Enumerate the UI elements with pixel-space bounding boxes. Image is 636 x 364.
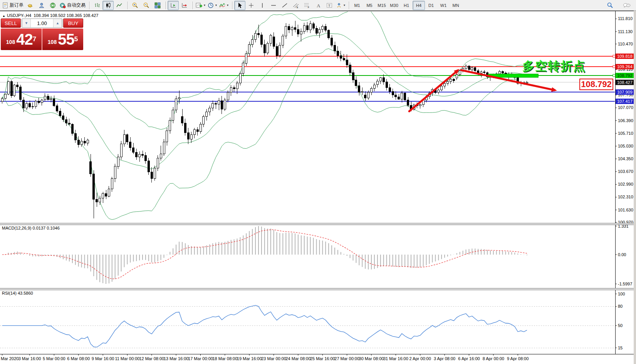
sell-price-sup: 7 xyxy=(33,35,36,43)
text-label-button[interactable]: T xyxy=(324,1,335,10)
price-tick-label: 110.470 xyxy=(618,42,633,46)
sell-button[interactable]: SELL xyxy=(1,18,21,28)
chat-button[interactable] xyxy=(621,1,632,10)
time-tick-label: 13 Mar 16:00 xyxy=(164,356,189,361)
timeframe-h4-button[interactable]: H4 xyxy=(413,1,425,10)
timeframe-h1-button[interactable]: H1 xyxy=(400,1,413,10)
toolbar: 新订单自动交易▾▾▾EFAT▾M1M5M15M30H1H4D1W1MN xyxy=(0,0,636,11)
timeframe-label: H1 xyxy=(404,3,409,8)
chart-shift-button[interactable] xyxy=(168,1,179,10)
toolbar-right xyxy=(604,1,636,10)
candles-series xyxy=(1,21,528,218)
price-badge-label: 109.818 xyxy=(617,54,633,59)
market-button[interactable] xyxy=(47,1,58,10)
crosshair-button[interactable] xyxy=(245,1,257,10)
timeframe-m5-button[interactable]: M5 xyxy=(363,1,376,10)
search-button[interactable] xyxy=(604,1,616,10)
template-button[interactable]: ▾ xyxy=(218,1,230,10)
chat-icon xyxy=(623,2,631,8)
candlestick-button[interactable] xyxy=(102,1,114,10)
sell-price-prefix: 108 xyxy=(6,39,15,45)
deposit-button[interactable] xyxy=(25,1,36,10)
shapes-button[interactable]: ▾ xyxy=(335,1,346,10)
vline-icon xyxy=(260,2,265,8)
price-tick-label: 106.390 xyxy=(618,118,633,123)
trendline-icon xyxy=(282,2,288,8)
dropdown-arrow-icon[interactable]: ▾ xyxy=(227,3,228,7)
price-axis[interactable]: 111.810111.130110.470109.110107.750107.0… xyxy=(613,11,635,354)
zoom-in-button[interactable] xyxy=(129,1,141,10)
fibo-icon: F xyxy=(304,2,310,8)
macd-tick-label: -1.5997 xyxy=(618,282,632,286)
rsi-panel xyxy=(0,305,615,348)
time-tick-label: 3 Mar 16:00 xyxy=(18,356,41,361)
mt4-terminal: 新订单自动交易▾▾▾EFAT▾M1M5M15M30H1H4D1W1MN 111.… xyxy=(0,0,636,364)
timeframe-m1-button[interactable]: M1 xyxy=(351,1,363,10)
svg-text:A: A xyxy=(317,3,321,8)
volume-increase-icon[interactable]: ▲ xyxy=(53,19,62,27)
macd-rsi-splitter[interactable] xyxy=(0,288,636,290)
timeframe-w1-button[interactable]: W1 xyxy=(437,1,450,10)
new-chart-button[interactable]: ▾ xyxy=(195,1,206,10)
hline-icon xyxy=(270,2,277,8)
macd-indicator-label: MACD(12,26,9) 0.0137 0.1046 xyxy=(2,226,60,230)
timeframe-label: M5 xyxy=(366,3,372,8)
zoom-out-icon xyxy=(143,2,149,8)
profile-button[interactable] xyxy=(36,1,47,10)
toolbar-separator xyxy=(192,2,193,9)
horizontal-line-button[interactable] xyxy=(268,1,279,10)
main-macd-splitter[interactable] xyxy=(0,223,636,225)
price-level-callout[interactable]: 108.792 xyxy=(579,79,613,90)
dropdown-arrow-icon[interactable]: ▾ xyxy=(204,3,205,7)
one-click-trading-panel: SELL ▼ 1.00 ▲ BUY 108 42 7 108 55 5 xyxy=(1,18,83,50)
user-icon xyxy=(39,2,45,8)
rsi-indicator-label: RSI(14) 43.5860 xyxy=(2,291,33,295)
dropdown-arrow-icon[interactable]: ▾ xyxy=(344,3,345,7)
gold-icon xyxy=(27,2,34,8)
time-tick-label: 25 Mar 16:00 xyxy=(310,356,335,361)
time-tick-label: 11 Mar 00:00 xyxy=(115,356,139,361)
volume-decrease-icon[interactable]: ▼ xyxy=(22,19,31,27)
chart-title: ▲USDJPY-,H4 108.394 108.502 108.365 108.… xyxy=(2,13,98,18)
time-tick-label: 31 Mar 16:00 xyxy=(383,356,408,361)
timeframe-m30-button[interactable]: M30 xyxy=(388,1,400,10)
time-tick-label: 5 Mar 00:00 xyxy=(43,356,65,361)
trendline-button[interactable] xyxy=(279,1,290,10)
tile-windows-button[interactable] xyxy=(152,1,163,10)
zoom-out-button[interactable] xyxy=(141,1,152,10)
bar-chart-button[interactable] xyxy=(91,1,102,10)
shapes-icon xyxy=(336,2,342,8)
cursor-icon xyxy=(237,2,243,8)
time-tick-label: 17 Mar 00:00 xyxy=(188,356,213,361)
vertical-line-button[interactable] xyxy=(257,1,268,10)
timeframe-d1-button[interactable]: D1 xyxy=(425,1,437,10)
price-tick-label: 101.630 xyxy=(618,208,633,212)
bull-bear-turning-point-annotation[interactable]: 多空转折点 xyxy=(522,58,586,74)
cursor-button[interactable] xyxy=(234,1,245,10)
auto-scroll-button[interactable] xyxy=(179,1,190,10)
text-button[interactable]: A xyxy=(312,1,324,10)
chart-title-symbol: USDJPY-,H4 xyxy=(7,13,31,18)
auto-trading-button[interactable]: 自动交易 xyxy=(58,1,87,10)
fibonacci-button[interactable]: F xyxy=(301,1,312,10)
buy-price-sup: 5 xyxy=(74,35,78,43)
buy-button[interactable]: BUY xyxy=(63,18,83,28)
timeframe-mn-button[interactable]: MN xyxy=(450,1,462,10)
line-chart-button[interactable] xyxy=(114,1,125,10)
candles-icon xyxy=(105,2,111,8)
dropdown-arrow-icon[interactable]: ▾ xyxy=(215,3,217,7)
buy-price-big: 55 xyxy=(58,31,74,48)
periods-button[interactable]: ▾ xyxy=(206,1,218,10)
time-axis[interactable]: Mar 20203 Mar 16:005 Mar 00:006 Mar 08:0… xyxy=(1,354,529,361)
price-badge-label: 107.417 xyxy=(617,99,633,104)
timeframe-m15-button[interactable]: M15 xyxy=(376,1,388,10)
volume-stepper: ▼ 1.00 ▲ xyxy=(22,18,62,28)
buy-price[interactable]: 108 55 5 xyxy=(42,29,83,50)
rsi-line xyxy=(2,305,527,347)
sell-price[interactable]: 108 42 7 xyxy=(1,29,42,50)
shift-icon xyxy=(170,2,176,8)
equidistant-channel-button[interactable]: E xyxy=(290,1,301,10)
volume-value[interactable]: 1.00 xyxy=(31,19,53,27)
new-order-button[interactable]: 新订单 xyxy=(1,1,25,10)
autoscroll-icon xyxy=(181,2,188,8)
